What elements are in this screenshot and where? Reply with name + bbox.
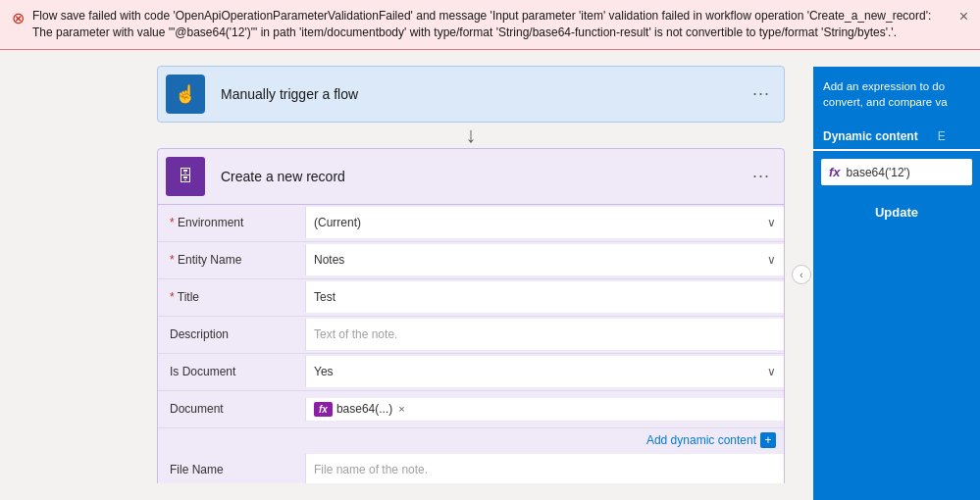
description-placeholder: Text of the note.: [314, 327, 397, 341]
entity-name-row: Entity Name Notes ∨: [158, 242, 784, 279]
document-label: Document: [158, 394, 305, 424]
environment-row: Environment (Current) ∨: [158, 205, 784, 242]
update-button[interactable]: Update: [821, 197, 972, 227]
is-document-label: Is Document: [158, 357, 305, 386]
action-title: Create a new record: [213, 169, 739, 184]
arrow-down-icon: ↓: [466, 123, 477, 148]
entity-select[interactable]: Notes ∨: [305, 244, 784, 275]
document-tag-text: base64(...): [336, 402, 392, 416]
add-dynamic-content-link[interactable]: Add dynamic content: [646, 433, 756, 447]
file-name-placeholder: File name of the note.: [314, 463, 428, 476]
error-banner: ⊗ Flow save failed with code 'OpenApiOpe…: [0, 0, 980, 50]
tag-close-icon[interactable]: ×: [398, 403, 404, 415]
action-icon: 🗄: [166, 157, 205, 196]
trigger-icon: ☝: [166, 75, 205, 114]
collapse-panel-button[interactable]: ‹: [792, 265, 811, 284]
trigger-title: Manually trigger a flow: [213, 86, 739, 102]
panel-tabs: Dynamic content E: [813, 124, 980, 151]
is-document-select[interactable]: Yes ∨: [305, 356, 784, 387]
description-label: Description: [158, 320, 305, 349]
trigger-icon-wrapper: ☝: [158, 67, 213, 122]
environment-select[interactable]: (Current) ∨: [305, 207, 784, 238]
expression-value: base64('12'): [847, 166, 910, 179]
expression-area: fx base64('12'): [821, 159, 972, 185]
add-dynamic-content-row: Add dynamic content +: [158, 428, 784, 452]
close-icon[interactable]: ×: [959, 8, 968, 25]
right-panel: Add an expression to do convert, and com…: [813, 67, 980, 500]
tab-expression[interactable]: E: [928, 124, 955, 149]
environment-chevron-icon: ∨: [767, 216, 776, 229]
file-name-label: File Name: [158, 455, 305, 483]
connector-arrow: ↓: [157, 123, 785, 148]
entity-chevron-icon: ∨: [767, 253, 776, 267]
title-row: Title Test: [158, 279, 784, 317]
entity-label: Entity Name: [158, 245, 305, 275]
error-icon: ⊗: [12, 9, 25, 27]
title-value: Test: [314, 290, 335, 304]
description-row: Description Text of the note.: [158, 317, 784, 354]
fx-expression-icon: fx: [829, 165, 841, 179]
action-block-header: 🗄 Create a new record ···: [158, 149, 784, 205]
description-input[interactable]: Text of the note.: [305, 319, 784, 350]
add-dynamic-content-button[interactable]: +: [760, 432, 776, 448]
trigger-icon-symbol: ☝: [175, 83, 196, 105]
action-icon-symbol: 🗄: [178, 168, 193, 185]
action-block: 🗄 Create a new record ··· Environment (C…: [157, 148, 785, 483]
environment-value: (Current): [314, 216, 361, 229]
title-input[interactable]: Test: [305, 281, 784, 313]
trigger-block: ☝ Manually trigger a flow ···: [157, 66, 785, 123]
error-text: Flow save failed with code 'OpenApiOpera…: [32, 8, 952, 41]
is-document-chevron-icon: ∨: [767, 365, 776, 378]
form-fields: Environment (Current) ∨ Entity Name Note…: [158, 205, 784, 483]
right-panel-description: Add an expression to do convert, and com…: [813, 67, 980, 120]
entity-value: Notes: [314, 253, 344, 267]
environment-label: Environment: [158, 208, 305, 237]
document-row: Document fx base64(...) ×: [158, 391, 784, 428]
is-document-row: Is Document Yes ∨: [158, 354, 784, 391]
trigger-menu-button[interactable]: ···: [739, 83, 784, 104]
document-tag-row: fx base64(...) ×: [314, 402, 776, 417]
action-icon-wrapper: 🗄: [158, 149, 213, 204]
is-document-value: Yes: [314, 365, 334, 378]
file-name-row: File Name File name of the note.: [158, 452, 784, 483]
title-label: Title: [158, 282, 305, 312]
file-name-input[interactable]: File name of the note.: [305, 454, 784, 483]
fx-icon: fx: [314, 402, 333, 417]
action-menu-button[interactable]: ···: [739, 166, 784, 186]
collapse-icon: ‹: [799, 270, 802, 280]
tab-dynamic-content[interactable]: Dynamic content: [813, 124, 928, 151]
document-field[interactable]: fx base64(...) ×: [305, 398, 784, 421]
